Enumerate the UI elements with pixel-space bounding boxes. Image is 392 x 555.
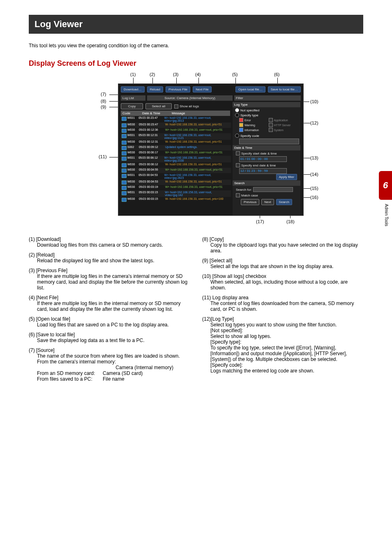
table-row[interactable]: W03005/23 00:12:36W+ host=192.168.158.33… <box>121 128 231 133</box>
save-local-file-button[interactable]: Save to local file… <box>268 86 301 92</box>
figure-logviewer: (1) (2) (3) (4) (5) (6) (7) (8) (9) (11)… <box>52 72 340 228</box>
callout-8: (8) <box>101 99 106 104</box>
chk-information[interactable]: Information <box>239 128 268 132</box>
logtype-header: Log Type <box>233 102 300 107</box>
info-icon <box>122 163 127 167</box>
previous-button[interactable]: Previous <box>241 199 259 205</box>
item7-d2v: Camera (Internal memory) <box>37 365 190 370</box>
table-row[interactable]: W03105/23 00:04:53W= host=192.168.158.33… <box>121 173 231 180</box>
callout-2: (2) <box>150 72 155 77</box>
search-for-label: Search for: <box>236 188 252 192</box>
select-all-button[interactable]: Select all <box>145 103 172 109</box>
callout-17: (17) <box>256 219 264 224</box>
callout-11: (11) <box>99 154 107 159</box>
chk-application[interactable]: Application <box>269 118 297 122</box>
filter-panel: Log Type Not specified Specify type Erro… <box>233 102 300 215</box>
logviewer-window: Download… Reload Previous File Next File… <box>118 83 304 216</box>
item7-d3k: From an SD memory card: <box>37 370 103 376</box>
radio-specify-type[interactable]: Specify type <box>235 113 298 117</box>
table-row[interactable]: W03005/23 00:23:47W- host=192.168.158.33… <box>121 123 231 128</box>
chk-http[interactable]: HTTP Server <box>269 123 297 127</box>
info-icon <box>122 174 127 178</box>
callout-14: (14) <box>310 172 318 177</box>
info-icon <box>122 191 127 195</box>
callout-15: (15) <box>310 186 318 191</box>
callout-9: (9) <box>101 104 106 109</box>
datetime-header: Date & Time <box>233 145 300 150</box>
callout-4: (4) <box>195 72 201 77</box>
info-icon <box>122 123 127 127</box>
table-row[interactable]: S00205/23 00:09:12Updated system setting… <box>121 145 231 150</box>
previous-file-button[interactable]: Previous File <box>166 86 190 92</box>
show-all-logs-checkbox[interactable]: Show all logs <box>174 104 199 109</box>
intro-text: This tool lets you view the operating co… <box>29 43 363 49</box>
item7-title: [Source] <box>36 347 55 353</box>
item7-num: (7) <box>29 347 35 353</box>
radio-specify-code[interactable]: Specify code <box>235 134 298 138</box>
download-button[interactable]: Download… <box>121 86 145 92</box>
callout-5: (5) <box>232 72 238 77</box>
start-date-input[interactable]: 01 / 01 00 : 00 : 00 <box>239 156 287 162</box>
callout-13: (13) <box>310 155 318 160</box>
info-icon <box>122 180 127 185</box>
table-row[interactable]: W03005/23 00:12:31W- host=192.168.158.33… <box>121 140 231 145</box>
info-icon <box>122 129 127 133</box>
copy-button[interactable]: Copy <box>121 103 143 109</box>
table-row[interactable]: W03105/23 00:12:31W= host=192.168.158.33… <box>121 133 231 140</box>
info-icon <box>122 169 127 173</box>
radio-not-specified[interactable]: Not specified <box>235 108 298 112</box>
table-row[interactable]: W03105/23 00:06:12W= host=192.168.158.33… <box>121 156 231 162</box>
search-header: Search <box>233 180 300 186</box>
next-file-button[interactable]: Next File <box>193 86 212 92</box>
item7-d2: From the camera's internal memory: <box>37 359 190 365</box>
item7-d4k: From files saved to a PC: <box>37 376 103 382</box>
table-row[interactable]: W03105/23 00:23:47W= host=192.168.158.33… <box>121 116 231 123</box>
log-display-area[interactable]: W03105/23 00:23:47W= host=192.168.158.33… <box>121 116 231 202</box>
callout-18: (18) <box>286 219 295 224</box>
info-icon <box>122 186 127 190</box>
table-row[interactable]: W03005/23 00:06:12W- host=192.168.158.33… <box>121 162 231 168</box>
section-heading: Display Screens of Log Viewer <box>29 59 363 68</box>
table-row[interactable]: W03005/23 00:03:15W- host=192.168.158.33… <box>121 197 231 202</box>
end-date-input[interactable]: 12 / 31 23 : 59 : 59 <box>239 168 287 174</box>
specify-code-input[interactable] <box>239 139 299 144</box>
chk-spec-start[interactable]: Specify start date & time <box>236 151 297 155</box>
callout-10: (10) <box>310 99 318 104</box>
item7-d3v: Camera (SD card) <box>103 370 143 376</box>
reload-button[interactable]: Reload <box>147 86 163 92</box>
info-icon <box>122 151 127 155</box>
chk-match-case[interactable]: Match case <box>236 193 297 197</box>
info-icon <box>122 157 127 161</box>
table-row[interactable]: W03105/23 00:03:15W= host=192.168.158.33… <box>121 190 231 197</box>
table-row[interactable]: W03005/23 00:03:19W+ host=192.168.158.33… <box>121 185 231 190</box>
item7-d4v: File name <box>103 376 125 382</box>
filter-header: Filter <box>234 95 301 101</box>
table-row[interactable]: W03005/23 00:04:53W- host=192.168.158.33… <box>121 180 231 185</box>
chk-spec-end[interactable]: Specify end date & time <box>236 163 297 167</box>
item12-num: (12) <box>202 316 211 322</box>
table-row[interactable]: W03005/23 00:04:55W+ host=192.168.158.33… <box>121 168 231 173</box>
open-local-file-button[interactable]: Open local file… <box>235 86 265 92</box>
table-header-row: Code Date & Time Message <box>121 111 230 116</box>
search-button[interactable]: Search <box>276 199 292 205</box>
chk-error[interactable]: Error <box>239 118 268 122</box>
search-input[interactable] <box>253 187 293 192</box>
info-icon <box>122 134 127 138</box>
callout-6: (6) <box>274 72 279 77</box>
info-icon <box>122 117 127 121</box>
apply-filter-button[interactable]: Apply filter <box>276 174 297 180</box>
table-row[interactable]: W03005/23 00:06:17W+ host=192.168.158.33… <box>121 150 231 156</box>
next-button[interactable]: Next <box>261 199 274 205</box>
item7-desc: The name of the source from where log fi… <box>37 353 190 359</box>
item12-title: [Log Type] <box>211 316 234 322</box>
chk-system[interactable]: System <box>269 128 297 132</box>
callout-3: (3) <box>173 72 178 77</box>
info-icon <box>122 198 127 202</box>
callout-7: (7) <box>101 92 106 97</box>
callout-12: (12) <box>310 120 318 125</box>
loglist-label: Log List <box>121 95 145 101</box>
chk-warning[interactable]: Warning <box>239 123 268 127</box>
page-title-bar: Log Viewer <box>29 15 363 34</box>
side-label: Admin Tools <box>384 204 389 226</box>
source-bar: Source: Camera (Internal Memory) <box>147 95 233 101</box>
